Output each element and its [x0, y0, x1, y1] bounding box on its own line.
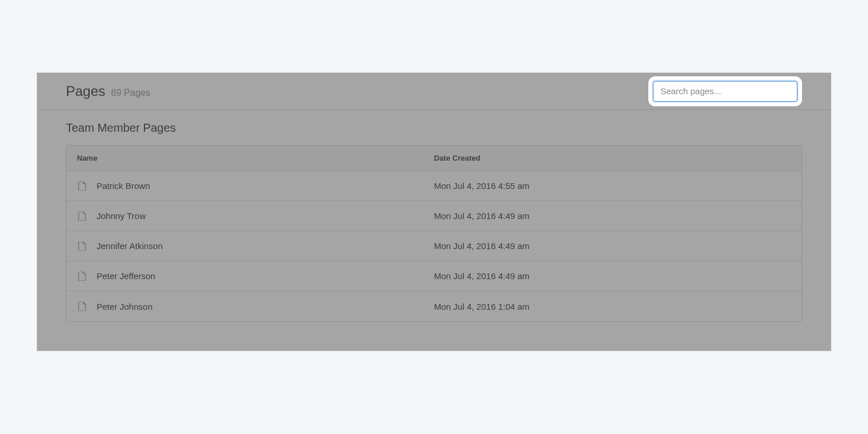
panel-content: Team Member Pages Name Date Created Patr…: [37, 110, 831, 351]
row-date: Mon Jul 4, 2016 4:49 am: [434, 211, 802, 221]
table-row[interactable]: Jennifer Atkinson Mon Jul 4, 2016 4:49 a…: [67, 231, 801, 261]
row-name: Peter Jefferson: [97, 271, 155, 281]
search-highlight: [648, 76, 802, 106]
row-name: Peter Johnson: [97, 302, 153, 311]
column-header-name: Name: [67, 154, 434, 162]
page-count: 69 Pages: [111, 88, 150, 98]
section-title: Team Member Pages: [66, 121, 802, 135]
page-icon: [78, 272, 86, 281]
pages-table: Name Date Created Patrick Brown Mon Jul …: [66, 145, 802, 322]
search-input[interactable]: [653, 81, 797, 102]
page-icon: [78, 302, 86, 311]
title-wrap: Pages 69 Pages: [66, 83, 150, 99]
row-date: Mon Jul 4, 2016 4:49 am: [434, 271, 802, 281]
column-header-date: Date Created: [434, 154, 802, 162]
page-icon: [78, 212, 86, 221]
table-header: Name Date Created: [67, 146, 801, 171]
row-date: Mon Jul 4, 2016 1:04 am: [434, 302, 802, 311]
cell-name: Peter Johnson: [67, 302, 434, 311]
row-date: Mon Jul 4, 2016 4:55 am: [434, 181, 802, 191]
table-row[interactable]: Peter Johnson Mon Jul 4, 2016 1:04 am: [67, 291, 801, 321]
row-name: Patrick Brown: [97, 181, 150, 191]
row-name: Johnny Trow: [97, 211, 146, 221]
pages-panel: Pages 69 Pages Team Member Pages Name Da…: [36, 72, 832, 351]
table-row[interactable]: Johnny Trow Mon Jul 4, 2016 4:49 am: [67, 201, 801, 231]
cell-name: Patrick Brown: [67, 181, 434, 191]
cell-name: Jennifer Atkinson: [67, 241, 434, 251]
page-title: Pages: [66, 83, 105, 99]
cell-name: Johnny Trow: [67, 211, 434, 221]
table-row[interactable]: Patrick Brown Mon Jul 4, 2016 4:55 am: [67, 171, 801, 201]
panel-header: Pages 69 Pages: [37, 73, 831, 110]
cell-name: Peter Jefferson: [67, 271, 434, 281]
row-date: Mon Jul 4, 2016 4:49 am: [434, 241, 802, 251]
page-icon: [78, 242, 86, 251]
row-name: Jennifer Atkinson: [97, 241, 162, 251]
page-icon: [78, 181, 86, 191]
table-row[interactable]: Peter Jefferson Mon Jul 4, 2016 4:49 am: [67, 261, 801, 291]
